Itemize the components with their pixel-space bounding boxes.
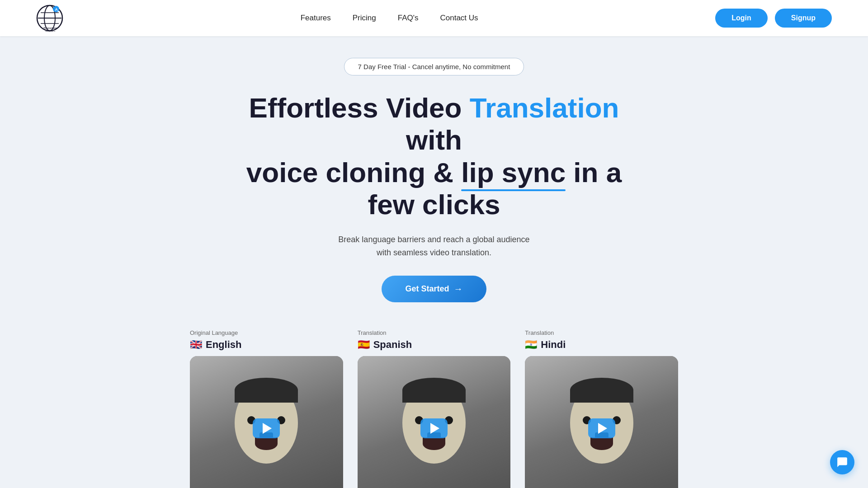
hero-title: Effortless Video Translation with voice … <box>231 92 637 221</box>
trial-badge: 7 Day Free Trial - Cancel anytime, No co… <box>344 58 524 75</box>
svg-text:-Videos-: -Videos- <box>44 30 57 32</box>
nav-actions: Login Signup <box>715 9 832 28</box>
play-button-2[interactable] <box>588 418 615 438</box>
video-col-0: Original Language 🇬🇧 English <box>190 329 343 488</box>
get-started-button[interactable]: Get Started → <box>382 276 486 302</box>
signup-button[interactable]: Signup <box>775 9 832 28</box>
login-button[interactable]: Login <box>715 9 768 28</box>
svg-text:Translate: Translate <box>43 27 57 29</box>
flag-icon-2: 🇮🇳 <box>525 339 537 351</box>
video-thumb-2[interactable] <box>525 356 678 488</box>
svg-text:A: A <box>55 7 58 12</box>
language-name-1: Spanish <box>373 339 412 351</box>
video-col-1: Translation 🇪🇸 Spanish <box>358 329 511 488</box>
video-lang-0: 🇬🇧 English <box>190 339 343 351</box>
flag-icon-1: 🇪🇸 <box>358 339 370 351</box>
video-thumb-0[interactable] <box>190 356 343 488</box>
language-name-0: English <box>206 339 241 351</box>
video-thumb-1[interactable] <box>358 356 511 488</box>
title-underline: lip sync <box>461 156 566 188</box>
nav-contact[interactable]: Contact Us <box>440 14 478 22</box>
play-button-1[interactable] <box>420 418 448 438</box>
play-button-0[interactable] <box>253 418 280 438</box>
title-part1: Effortless Video <box>249 92 470 123</box>
main-content: 7 Day Free Trial - Cancel anytime, No co… <box>0 36 868 488</box>
arrow-icon: → <box>454 284 463 294</box>
video-lang-2: 🇮🇳 Hindi <box>525 339 678 351</box>
logo-icon: A Translate -Videos- <box>36 5 63 32</box>
title-highlight: Translation <box>470 92 619 123</box>
nav-links: Features Pricing FAQ's Contact Us <box>301 14 478 23</box>
language-name-2: Hindi <box>541 339 566 351</box>
video-columns: Original Language 🇬🇧 English Translation… <box>190 329 678 488</box>
nav-pricing[interactable]: Pricing <box>353 14 376 22</box>
video-label-1: Translation <box>358 329 511 336</box>
get-started-label: Get Started <box>405 284 449 294</box>
title-part3: voice cloning & <box>246 157 461 188</box>
logo-link[interactable]: A Translate -Videos- <box>36 5 63 32</box>
title-part2: with <box>406 124 462 155</box>
navbar: A Translate -Videos- Features Pricing FA… <box>0 0 868 36</box>
video-lang-1: 🇪🇸 Spanish <box>358 339 511 351</box>
video-section: Original Language 🇬🇧 English Translation… <box>163 329 705 488</box>
nav-features[interactable]: Features <box>301 14 331 22</box>
hero-subtitle: Break language barriers and reach a glob… <box>338 233 529 259</box>
video-col-2: Translation 🇮🇳 Hindi <box>525 329 678 488</box>
video-label-2: Translation <box>525 329 678 336</box>
video-label-0: Original Language <box>190 329 343 336</box>
chat-icon <box>836 456 848 468</box>
flag-icon-0: 🇬🇧 <box>190 339 202 351</box>
chat-support-button[interactable] <box>830 450 854 474</box>
nav-faqs[interactable]: FAQ's <box>398 14 419 22</box>
